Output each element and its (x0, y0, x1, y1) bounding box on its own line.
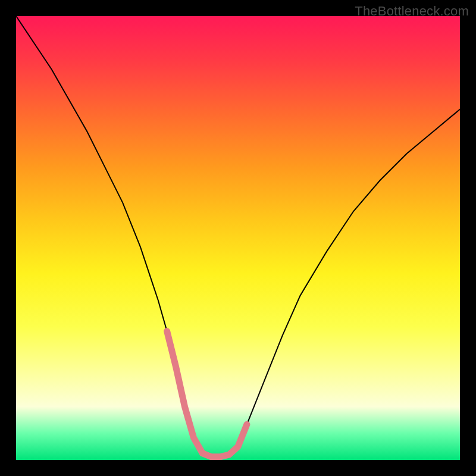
watermark-text: TheBottleneck.com (355, 4, 469, 19)
curve-svg (16, 16, 460, 460)
plot-area (16, 16, 460, 460)
bottom-highlight (167, 331, 247, 457)
chart-frame: TheBottleneck.com (0, 0, 476, 476)
main-curve (16, 16, 460, 457)
